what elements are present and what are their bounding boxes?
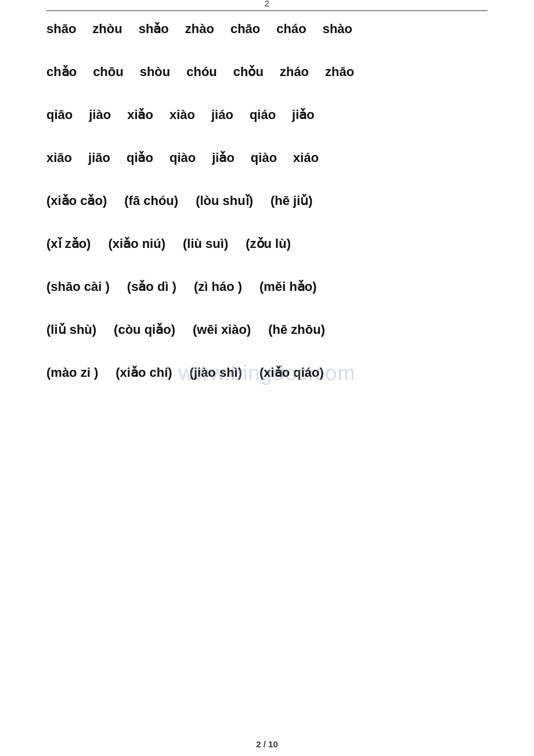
- pinyin-row-3: qiāo jiào xiǎo xiào jiáo qiáo jiǎo: [46, 107, 488, 123]
- group-lou-shui: (lòu shuǐ): [196, 193, 253, 208]
- word-shao1: shāo: [46, 21, 76, 37]
- page-container: 2 www.bingdoc.com shāo zhòu shǎo zhào ch…: [0, 10, 534, 756]
- group-zi-hao: (zì háo ): [194, 279, 242, 294]
- group-fa-chou: (fā chóu): [124, 193, 178, 208]
- group-liu-shu: (liǔ shù): [46, 322, 96, 337]
- top-page-number: 2: [265, 0, 269, 8]
- grouped-row-2: (xǐ zǎo) (xiǎo niú) (liù suì) (zǒu lù): [46, 236, 488, 251]
- group-wei-xiao: (wēi xiào): [193, 322, 251, 337]
- group-sao-di: (sǎo dì ): [127, 279, 176, 294]
- word-jiao1: jiāo: [88, 150, 110, 165]
- group-he-zhou: (hē zhōu): [268, 322, 325, 337]
- word-chou3: chǒu: [233, 64, 264, 80]
- grouped-row-1: (xiǎo cǎo) (fā chóu) (lòu shuǐ) (hē jiǔ): [46, 193, 488, 208]
- word-chao3: chǎo: [46, 64, 77, 80]
- page-footer: 2 / 10: [0, 739, 534, 749]
- word-qiao2: qiáo: [250, 107, 276, 123]
- grouped-row-4: (liǔ shù) (còu qiǎo) (wēi xiào) (hē zhōu…: [46, 322, 488, 337]
- group-mei-hao: (měi hǎo): [259, 279, 317, 294]
- group-mao-zi: (mào zi ): [46, 365, 98, 380]
- word-chao2: cháo: [276, 21, 306, 37]
- group-xi-zao: (xǐ zǎo): [46, 236, 91, 251]
- group-xiao-chi: (xiǎo chí): [116, 365, 172, 380]
- word-chou1: chōu: [93, 64, 124, 80]
- content-area: shāo zhòu shǎo zhào chāo cháo shào chǎo …: [46, 21, 488, 380]
- word-jiao3b: jiǎo: [212, 150, 234, 165]
- word-zhao4: zhào: [185, 21, 214, 37]
- word-xiao1: xiāo: [46, 150, 72, 165]
- group-jiao-shi: (jiào shì): [190, 365, 242, 380]
- top-divider: 2: [46, 10, 488, 11]
- word-qiao4b: qiào: [251, 150, 277, 165]
- grouped-row-3: (shāo cài ) (sǎo dì ) (zì háo ) (měi hǎo…: [46, 279, 488, 294]
- group-xiao-qiao: (xiǎo qiáo): [259, 365, 324, 380]
- word-qiao3: qiǎo: [127, 150, 153, 165]
- word-xiao2: xiáo: [293, 150, 319, 165]
- word-zhou4: zhòu: [92, 21, 122, 37]
- word-chao1: chāo: [230, 21, 260, 37]
- grouped-row-5: (mào zi ) (xiǎo chí) (jiào shì) (xiǎo qi…: [46, 365, 488, 380]
- word-jiao4: jiào: [89, 107, 111, 123]
- word-chou2: chóu: [186, 64, 217, 80]
- group-cou-qiao: (còu qiǎo): [114, 322, 175, 337]
- word-zhao2: zháo: [280, 64, 309, 80]
- group-shao-cai: (shāo cài ): [46, 279, 110, 294]
- word-shao4: shào: [323, 21, 352, 37]
- word-shou4: shòu: [140, 64, 171, 80]
- pinyin-row-4: xiāo jiāo qiǎo qiào jiǎo qiào xiáo: [46, 150, 488, 165]
- word-xiao4: xiào: [169, 107, 195, 123]
- group-zou-lu: (zǒu lù): [246, 236, 291, 251]
- word-jiao3: jiǎo: [292, 107, 315, 123]
- group-xiao-cao: (xiǎo cǎo): [46, 193, 107, 208]
- word-qiao4: qiào: [169, 150, 196, 165]
- group-liu-sui: (liù suì): [183, 236, 228, 251]
- pinyin-row-1: shāo zhòu shǎo zhào chāo cháo shào: [46, 21, 488, 37]
- pinyin-row-2: chǎo chōu shòu chóu chǒu zháo zhāo: [46, 64, 488, 80]
- group-he-jiu: (hē jiǔ): [270, 193, 313, 208]
- word-zhao1: zhāo: [325, 64, 354, 80]
- word-qiao1: qiāo: [46, 107, 73, 123]
- word-xiao3: xiǎo: [127, 107, 153, 123]
- word-shao3: shǎo: [139, 21, 169, 37]
- group-xiao-niu: (xiǎo niú): [108, 236, 165, 251]
- word-jiao2: jiáo: [211, 107, 233, 123]
